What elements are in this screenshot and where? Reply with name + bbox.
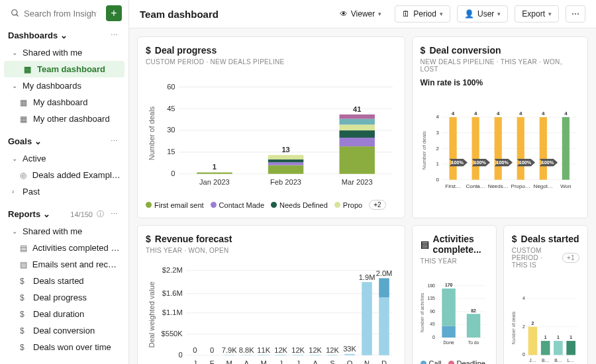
section-header-goals[interactable]: Goals⌄ ⋯ — [0, 132, 128, 150]
card-meta: NEW DEALS PIPELINE · THIS YEAR · WON, LO… — [421, 58, 579, 73]
dollar-icon: $ — [20, 293, 29, 302]
sidebar-item-my-other-dashboard[interactable]: ▦My other dashboard — [0, 111, 128, 127]
svg-text:2: 2 — [531, 321, 534, 326]
svg-text:0: 0 — [210, 346, 214, 354]
svg-text:0: 0 — [432, 335, 435, 340]
chart-deal-conversion: 01234Number of deals4First…100%4Conta…10… — [421, 91, 579, 210]
svg-text:45: 45 — [430, 322, 435, 326]
legend: Call Deadline Meeting — [421, 359, 488, 364]
dashboard-icon: ▦ — [20, 114, 29, 124]
info-icon[interactable]: ⓘ — [97, 209, 104, 219]
svg-text:A: A — [244, 359, 249, 364]
svg-rect-135 — [528, 327, 537, 355]
add-button[interactable]: + — [106, 5, 122, 21]
svg-text:100%: 100% — [519, 159, 531, 165]
svg-point-0 — [12, 10, 17, 15]
svg-text:100%: 100% — [496, 159, 509, 165]
svg-rect-53 — [517, 117, 524, 180]
svg-text:J…: J… — [529, 358, 536, 363]
more-button[interactable]: ⋯ — [566, 5, 585, 23]
period-dropdown[interactable]: 🗓Period▾ — [395, 5, 450, 23]
dollar-icon: $ — [512, 234, 517, 244]
svg-text:33K: 33K — [343, 345, 356, 353]
svg-rect-106 — [379, 297, 389, 355]
card-title-row: $Deals started — [512, 234, 579, 244]
svg-text:1.9M: 1.9M — [359, 273, 375, 281]
swatch — [211, 202, 217, 208]
svg-rect-121 — [442, 326, 455, 338]
section-header-reports[interactable]: Reports⌄ 14/150ⓘ⋯ — [0, 205, 128, 223]
svg-text:Conta…: Conta… — [466, 183, 485, 189]
legend-item: Deadline — [448, 359, 485, 364]
svg-text:Deal weighted value: Deal weighted value — [148, 281, 156, 347]
viewer-dropdown[interactable]: 👁Viewer▾ — [333, 6, 388, 22]
legend-more-button[interactable]: +2 — [369, 200, 385, 210]
tree-group-my-dashboards[interactable]: ⌄My dashboards — [0, 77, 128, 94]
svg-rect-19 — [268, 155, 303, 159]
dollar-icon: $ — [20, 326, 29, 336]
section-header-dashboards[interactable]: Dashboards⌄ ⋯ — [0, 26, 128, 44]
sidebar-item-my-dashboard[interactable]: ▦My dashboard — [0, 94, 128, 111]
svg-text:41: 41 — [353, 105, 361, 113]
tree-group-past[interactable]: ›Past — [0, 183, 128, 200]
svg-text:100%: 100% — [541, 159, 554, 165]
card-deal-progress: $Deal progress CUSTOM PERIOD · NEW DEALS… — [137, 36, 405, 218]
svg-text:J: J — [193, 359, 197, 364]
sidebar-item-report[interactable]: $Deals won over time — [0, 339, 128, 355]
chevron-down-icon: ⌄ — [60, 30, 68, 40]
svg-text:1: 1 — [436, 161, 439, 167]
sidebar-item-report[interactable]: $Deal progress — [0, 289, 128, 306]
section-menu-button[interactable]: ⋯ — [108, 31, 121, 40]
dashboard-icon: ▦ — [24, 65, 33, 74]
sidebar-item-team-dashboard[interactable]: ▦Team dashboard — [4, 61, 124, 77]
swatch — [448, 361, 454, 365]
chart-activities: 04590135180Number of activities170Done82… — [421, 270, 488, 355]
search-icon — [11, 9, 20, 18]
swatch — [271, 202, 277, 208]
legend: First email sent Contact Made Needs Defi… — [146, 200, 397, 210]
sidebar-item-report[interactable]: ▤Activities completed an... — [0, 240, 128, 256]
sidebar-item-report[interactable]: $Deal duration — [0, 306, 128, 322]
swatch — [421, 361, 426, 365]
sidebar-item-report[interactable]: $Deals started — [0, 273, 128, 289]
user-dropdown[interactable]: 👤User▾ — [457, 5, 508, 23]
svg-rect-88 — [275, 355, 286, 355]
svg-text:Jan 2023: Jan 2023 — [199, 178, 230, 186]
sidebar-item-report[interactable]: $Deal conversion — [0, 322, 128, 339]
sidebar-item-report[interactable]: ▤Emails sent and received — [0, 256, 128, 273]
svg-text:Number of deals: Number of deals — [148, 106, 156, 160]
card-revenue-forecast: $Revenue forecast THIS YEAR · WON, OPEN … — [137, 225, 405, 364]
export-button[interactable]: Export▾ — [515, 5, 559, 23]
svg-text:0: 0 — [436, 177, 439, 183]
meta-more-button[interactable]: +1 — [562, 253, 579, 263]
svg-text:4: 4 — [522, 296, 525, 300]
tree-group-reports-shared[interactable]: ⌄Shared with me — [0, 223, 128, 240]
svg-text:Feb 2023: Feb 2023 — [270, 178, 301, 186]
chart-deals-started: 024Number of deals2J…1B…1B…1L… — [512, 274, 579, 364]
search-wrap[interactable] — [7, 6, 101, 21]
topbar: Team dashboard 👁Viewer▾ 🗓Period▾ 👤User▾ … — [129, 0, 596, 28]
sidebar: + Dashboards⌄ ⋯ ⌄Shared with me ▦Team da… — [0, 0, 129, 364]
card-meta: THIS YEAR · WON, OPEN — [146, 247, 397, 254]
caret-down-icon: ▾ — [440, 11, 443, 17]
svg-text:1: 1 — [544, 335, 547, 340]
swatch — [146, 202, 152, 208]
svg-text:30: 30 — [167, 126, 175, 134]
svg-rect-85 — [258, 355, 269, 355]
svg-text:4: 4 — [497, 111, 500, 116]
section-menu-button[interactable]: ⋯ — [108, 137, 121, 146]
sidebar-item-goal[interactable]: ◎Deals added Example t... — [0, 167, 128, 183]
chart-deal-progress: 015304560Number of deals1Jan 202313Feb 2… — [146, 71, 397, 196]
search-input[interactable] — [24, 9, 97, 19]
svg-text:13: 13 — [281, 146, 289, 154]
svg-text:B…: B… — [554, 358, 562, 363]
tree-group-shared[interactable]: ⌄Shared with me — [0, 44, 128, 61]
tree-group-active[interactable]: ⌄Active — [0, 150, 128, 167]
card-meta: CUSTOM PERIOD · THIS IS+1 — [512, 247, 579, 269]
svg-rect-122 — [442, 289, 455, 326]
section-menu-button[interactable]: ⋯ — [108, 210, 121, 218]
svg-line-1 — [17, 15, 19, 17]
svg-text:Number of activities: Number of activities — [421, 293, 424, 332]
svg-rect-13 — [197, 173, 232, 174]
svg-text:A: A — [313, 359, 318, 364]
